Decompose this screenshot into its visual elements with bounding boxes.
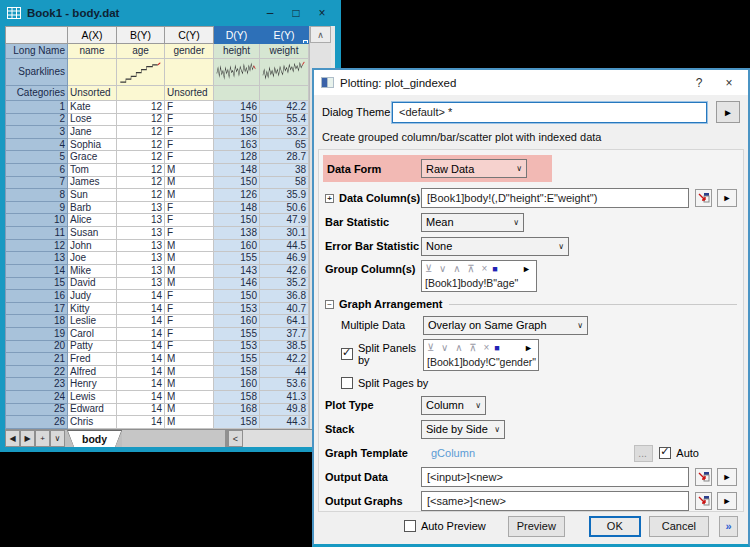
cell-gender[interactable]: M [165,239,214,252]
stack-dropdown[interactable]: Side by Side ∨ [421,420,505,439]
category-cell-height[interactable] [214,86,260,101]
row-number[interactable]: 18 [6,315,68,328]
long-name-cell[interactable]: age [117,44,165,59]
cell-name[interactable]: Henry [68,378,117,391]
row-number[interactable]: 7 [6,176,68,189]
row-number[interactable]: 12 [6,239,68,252]
cell-gender[interactable]: F [165,315,214,328]
cell-height[interactable]: 138 [214,227,260,240]
cell-weight[interactable]: 64.1 [260,315,309,328]
cell-gender[interactable]: M [165,416,214,429]
long-name-cell[interactable]: gender [165,44,214,59]
cell-weight[interactable]: 44.3 [260,416,309,429]
cell-weight[interactable]: 47.9 [260,214,309,227]
cell-gender[interactable]: M [165,164,214,177]
cell-age[interactable]: 14 [117,302,165,315]
data-form-dropdown[interactable]: Raw Data ∨ [421,159,527,178]
row-number[interactable]: 22 [6,365,68,378]
cell-name[interactable]: Lewis [68,391,117,404]
cell-name[interactable]: Kate [68,101,117,114]
cell-age[interactable]: 14 [117,378,165,391]
column-selector-button[interactable] [695,492,712,510]
minimize-icon[interactable]: – [257,6,283,20]
cell-name[interactable]: James [68,176,117,189]
long-name-cell[interactable]: name [68,44,117,59]
cell-weight[interactable]: 44.5 [260,239,309,252]
auto-checkbox[interactable] [659,447,671,459]
column-header-d[interactable]: D(Y) [214,27,260,44]
cell-gender[interactable]: M [165,277,214,290]
close-icon[interactable]: × [309,6,335,20]
cell-name[interactable]: Tom [68,164,117,177]
add-sheet-button[interactable]: + [35,430,50,447]
plot-type-dropdown[interactable]: Column ∨ [421,396,486,415]
cell-height[interactable]: 160 [214,315,260,328]
cell-height[interactable]: 160 [214,239,260,252]
cell-height[interactable]: 128 [214,151,260,164]
cell-name[interactable]: Alfred [68,365,117,378]
column-selector-button[interactable] [695,189,712,207]
cell-gender[interactable]: F [165,201,214,214]
sheet-tab-body[interactable]: body [67,430,122,447]
split-panels-listbox[interactable]: ⊻ ∨ ∧ ⊼ × ■ ► [Book1]body!C"gender" [423,339,539,371]
data-columns-menu-button[interactable]: ► [717,189,737,207]
column-header-c[interactable]: C(Y) [165,27,214,44]
output-data-input[interactable] [421,467,689,487]
group-columns-listbox[interactable]: ⊻ ∨ ∧ ⊼ × ■ ► [Book1]body!B"age" [421,260,537,292]
cell-age[interactable]: 12 [117,189,165,202]
row-number[interactable]: 17 [6,302,68,315]
cell-gender[interactable]: M [165,378,214,391]
cell-gender[interactable]: F [165,101,214,114]
column-header-b[interactable]: B(Y) [117,27,165,44]
corner-cell[interactable] [6,27,68,44]
cell-weight[interactable]: 65 [260,138,309,151]
auto-preview-checkbox[interactable] [404,520,416,532]
cell-name[interactable]: Patty [68,340,117,353]
row-number[interactable]: 2 [6,113,68,126]
category-cell-weight[interactable] [260,86,309,101]
group-columns-item[interactable]: [Book1]body!B"age" [425,277,533,289]
cell-gender[interactable]: F [165,113,214,126]
dialog-theme-input[interactable] [392,102,707,123]
cell-age[interactable]: 13 [117,239,165,252]
cell-gender[interactable]: M [165,391,214,404]
split-panels-item[interactable]: [Book1]body!C"gender" [427,356,535,368]
row-number[interactable]: 6 [6,164,68,177]
cell-weight[interactable]: 40.7 [260,302,309,315]
cell-weight[interactable]: 41.3 [260,391,309,404]
cell-height[interactable]: 148 [214,164,260,177]
cell-height[interactable]: 153 [214,340,260,353]
cell-weight[interactable]: 28.7 [260,151,309,164]
cell-name[interactable]: Joe [68,252,117,265]
selection-handle[interactable] [303,40,308,44]
category-cell-name[interactable]: Unsorted [68,86,117,101]
cell-name[interactable]: Leslie [68,315,117,328]
cell-height[interactable]: 126 [214,189,260,202]
column-header-e[interactable]: E(Y) [260,27,309,44]
cell-height[interactable]: 155 [214,353,260,366]
cell-name[interactable]: Jane [68,126,117,139]
row-number[interactable]: 24 [6,391,68,404]
cell-weight[interactable]: 35.2 [260,277,309,290]
cell-weight[interactable]: 53.6 [260,378,309,391]
cell-weight[interactable]: 42.2 [260,101,309,114]
row-number[interactable]: 23 [6,378,68,391]
cell-name[interactable]: Kitty [68,302,117,315]
row-number[interactable]: 1 [6,101,68,114]
cell-height[interactable]: 143 [214,264,260,277]
cell-age[interactable]: 12 [117,138,165,151]
cell-name[interactable]: Alice [68,214,117,227]
cell-gender[interactable]: M [165,264,214,277]
row-number[interactable]: 10 [6,214,68,227]
cell-age[interactable]: 13 [117,227,165,240]
reorder-arrows-icon[interactable]: ⊻ ∨ ∧ ⊼ × [425,263,489,274]
split-panels-checkbox[interactable] [341,348,353,360]
cell-name[interactable]: Grace [68,151,117,164]
cell-age[interactable]: 12 [117,101,165,114]
error-bar-statistic-dropdown[interactable]: None ∨ [421,237,569,256]
cell-weight[interactable]: 42.2 [260,353,309,366]
cell-weight[interactable]: 50.6 [260,201,309,214]
cell-height[interactable]: 155 [214,252,260,265]
row-number[interactable]: 5 [6,151,68,164]
output-graphs-menu-button[interactable]: ► [717,492,737,510]
